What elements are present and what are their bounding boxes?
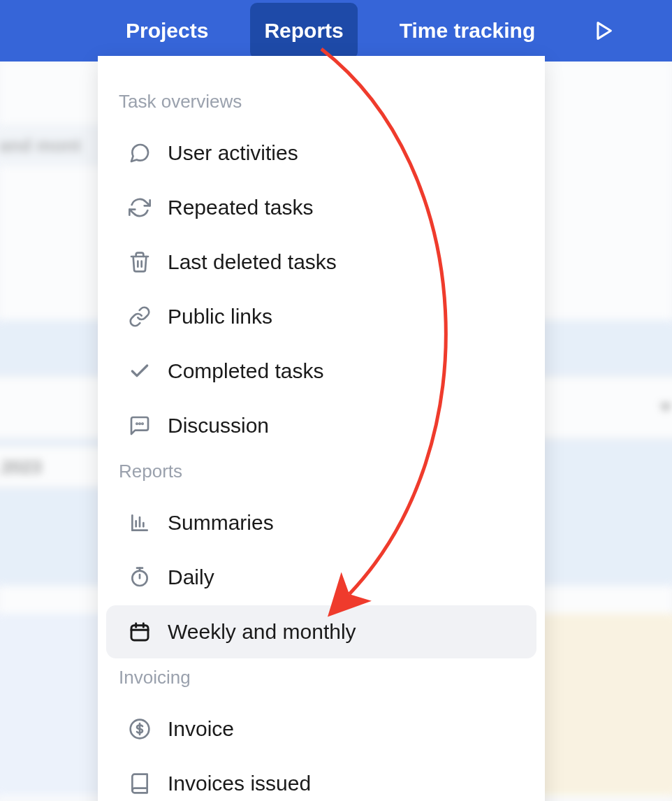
tab-reports[interactable]: Reports	[250, 3, 357, 59]
link-icon	[127, 304, 152, 329]
menu-label: Summaries	[168, 511, 274, 535]
svg-rect-12	[131, 626, 148, 640]
tab-projects[interactable]: Projects	[112, 3, 222, 59]
tab-time-tracking[interactable]: Time tracking	[386, 3, 550, 59]
menu-discussion[interactable]: Discussion	[106, 399, 536, 452]
top-navigation: Projects Reports Time tracking	[0, 0, 672, 62]
discussion-icon	[127, 413, 152, 438]
svg-point-1	[139, 424, 140, 424]
trash-icon	[127, 250, 152, 275]
menu-label: Daily	[168, 565, 214, 589]
svg-point-2	[142, 424, 143, 424]
menu-invoices-issued[interactable]: Invoices issued	[106, 757, 536, 801]
svg-point-0	[136, 424, 137, 424]
chat-bubble-icon	[127, 140, 152, 166]
dollar-circle-icon	[127, 716, 152, 742]
reports-dropdown: Task overviews User activities Repeated …	[98, 56, 545, 801]
menu-last-deleted[interactable]: Last deleted tasks	[106, 236, 536, 289]
stopwatch-icon	[127, 565, 152, 590]
refresh-icon	[127, 195, 152, 220]
section-header-reports: Reports	[98, 454, 545, 495]
menu-label: Discussion	[168, 414, 269, 438]
menu-label: Invoices issued	[168, 772, 311, 795]
menu-summaries[interactable]: Summaries	[106, 496, 536, 549]
menu-daily[interactable]: Daily	[106, 551, 536, 604]
menu-label: Invoice	[168, 717, 234, 741]
menu-weekly-monthly[interactable]: Weekly and monthly	[106, 605, 536, 658]
menu-label: Repeated tasks	[168, 196, 313, 219]
menu-label: Weekly and monthly	[168, 620, 356, 644]
menu-user-activities[interactable]: User activities	[106, 127, 536, 180]
section-header-task-overviews: Task overviews	[98, 84, 545, 125]
menu-completed-tasks[interactable]: Completed tasks	[106, 345, 536, 398]
book-icon	[127, 771, 152, 796]
play-icon[interactable]	[591, 19, 615, 43]
menu-label: Last deleted tasks	[168, 250, 337, 274]
bar-chart-icon	[127, 510, 152, 535]
menu-label: Completed tasks	[168, 359, 323, 383]
menu-repeated-tasks[interactable]: Repeated tasks	[106, 181, 536, 234]
check-icon	[127, 359, 152, 384]
menu-label: User activities	[168, 141, 298, 165]
menu-public-links[interactable]: Public links	[106, 290, 536, 343]
calendar-icon	[127, 619, 152, 644]
section-header-invoicing: Invoicing	[98, 660, 545, 701]
menu-invoice[interactable]: Invoice	[106, 702, 536, 756]
menu-label: Public links	[168, 305, 272, 329]
